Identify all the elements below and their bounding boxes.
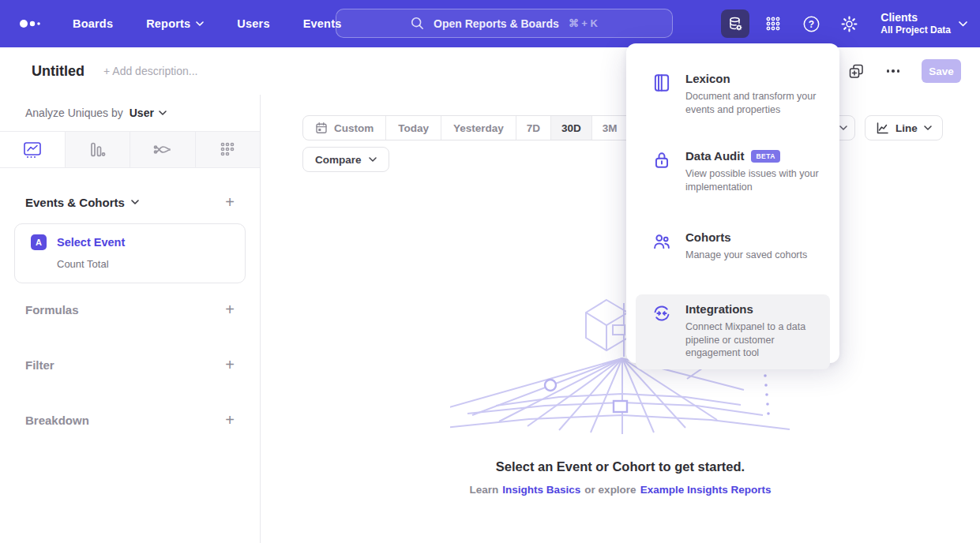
date-range-label: Custom [334,122,374,134]
mixpanel-dots-logo[interactable] [19,18,43,29]
menu-item-title: Cohorts [685,230,807,244]
date-range-label: 30D [561,122,581,134]
filter-section: Filter + [0,357,260,373]
event-aggregation-label[interactable]: Count Total [57,258,229,270]
search-shortcut: ⌘ + K [569,17,598,29]
flow-tab-icon [152,140,173,159]
date-range-label: Today [398,122,429,134]
duplicate-icon[interactable] [848,63,865,80]
apps-grid-button[interactable] [759,9,787,38]
events-cohorts-dropdown[interactable]: Events & Cohorts [25,196,139,209]
date-range-3m[interactable]: 3M [591,116,628,140]
menu-item-description: Document and transform your events and p… [685,90,822,116]
data-audit-lock-icon [651,150,672,170]
nav-item-label: Users [237,17,269,30]
date-range-30d[interactable]: 30D [550,116,591,140]
metric-grid-tab-icon [218,140,237,159]
learn-prefix: Learn [470,484,499,496]
formulas-label: Formulas [25,303,79,316]
menu-item-title: Integrations [685,302,822,316]
links-middle-text: or explore [584,484,636,496]
event-card[interactable]: A Select Event Count Total [14,223,246,283]
top-nav-right: ? Clients All Project Data [721,0,967,47]
menu-item-description: Manage your saved cohorts [685,249,807,262]
menu-item-description: Connect Mixpanel to a data pipeline or c… [685,320,822,360]
add-event-button[interactable]: + [225,194,235,210]
project-scope: All Project Data [880,24,951,36]
analyze-row: Analyze Uniques by User [0,95,260,131]
chevron-down-icon [924,125,932,130]
report-canvas: Custom Today Yesterday 7D 30D 3M 6M Comp… [261,95,980,543]
analyze-prefix: Analyze Uniques by [25,107,123,119]
lexicon-book-icon [651,73,672,93]
chevron-down-icon [839,125,847,130]
breakdown-section: Breakdown + [0,412,260,428]
data-management-button[interactable] [721,9,749,38]
insights-basics-link[interactable]: Insights Basics [502,484,580,496]
chart-type-dropdown[interactable]: Line [865,115,943,140]
cohorts-people-icon [651,231,672,252]
date-range-yesterday[interactable]: Yesterday [441,116,516,140]
apps-grid-icon [764,15,782,32]
settings-gear-icon [840,15,858,33]
analyze-unit-value: User [130,107,154,119]
menu-item-lexicon[interactable]: Lexicon Document and transform your even… [636,64,830,125]
filter-label: Filter [25,358,54,372]
help-button[interactable]: ? [797,9,825,38]
tab-metric-grid[interactable] [195,132,261,167]
project-selector[interactable]: Clients All Project Data [880,11,967,36]
data-management-icon [727,15,744,32]
report-description-placeholder[interactable]: + Add description... [103,65,197,77]
analyze-unit-dropdown[interactable]: User [130,107,167,119]
empty-state-links: Learn Insights Basics or explore Example… [261,484,980,496]
tab-flow[interactable] [130,132,195,167]
add-breakdown-button[interactable]: + [225,412,235,428]
query-builder-sidebar: Analyze Uniques by User [0,95,261,543]
help-icon: ? [802,15,820,33]
date-range-7d[interactable]: 7D [516,116,550,140]
tab-insights-line[interactable] [0,132,65,167]
insights-line-tab-icon [22,140,43,159]
add-filter-button[interactable]: + [225,357,235,373]
empty-state-headline: Select an Event or Cohort to get started… [261,459,980,474]
menu-item-description: View possible issues with your implement… [685,167,822,193]
breakdown-label: Breakdown [25,414,89,427]
chevron-down-icon [131,200,139,204]
date-range-today[interactable]: Today [385,116,441,140]
date-range-label: 7D [527,122,540,134]
add-formula-button[interactable]: + [225,301,235,317]
menu-item-title: Data Audit [685,149,744,163]
settings-button[interactable] [835,9,863,38]
nav-item-users[interactable]: Users [237,17,269,30]
menu-item-cohorts[interactable]: Cohorts Manage your saved cohorts [636,223,830,272]
line-chart-icon [876,122,889,135]
chart-type-tabs [0,131,260,168]
select-event-button[interactable]: Select Event [57,236,125,249]
calendar-icon [315,122,328,134]
menu-item-integrations[interactable]: Integrations Connect Mixpanel to a data … [636,294,830,369]
report-header-actions: Save [848,59,962,83]
primary-nav: Boards Reports Users Events [73,17,341,30]
more-ellipsis-icon[interactable] [884,66,903,76]
compare-label: Compare [315,154,362,166]
nav-item-reports[interactable]: Reports [146,17,204,30]
event-series-badge: A [31,234,47,250]
compare-dropdown[interactable]: Compare [302,147,389,172]
bar-chart-tab-icon [88,140,107,159]
events-cohorts-label: Events & Cohorts [25,196,125,209]
save-button[interactable]: Save [922,59,961,83]
tab-bar-chart[interactable] [65,132,130,167]
data-management-menu: Lexicon Document and transform your even… [626,43,839,363]
search-placeholder: Open Reports & Boards [434,17,559,30]
chevron-down-icon [959,21,967,27]
project-name: Clients [880,11,951,24]
chevron-down-icon [196,21,204,26]
menu-item-data-audit[interactable]: Data Audit BETA View possible issues wit… [636,141,830,203]
date-range-custom[interactable]: Custom [303,116,385,140]
report-title[interactable]: Untitled [32,63,84,80]
search-icon [411,17,424,30]
global-search-input[interactable]: Open Reports & Boards ⌘ + K [336,9,673,38]
example-insights-reports-link[interactable]: Example Insights Reports [640,484,772,496]
nav-item-boards[interactable]: Boards [73,17,113,30]
svg-text:?: ? [809,18,814,29]
